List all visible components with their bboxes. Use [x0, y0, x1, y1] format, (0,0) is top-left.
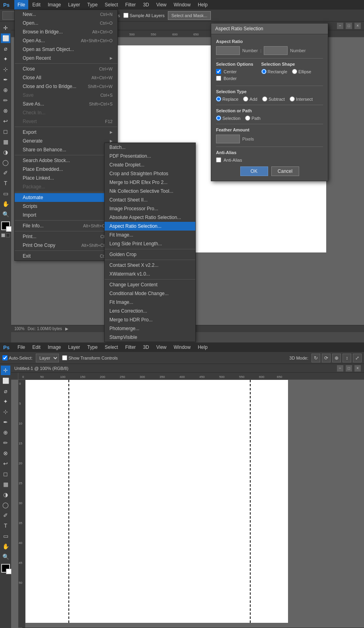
lasso-tool-2[interactable]: ⌀	[1, 386, 10, 396]
3d-pan-btn[interactable]: ⊕	[332, 354, 341, 362]
menu-select[interactable]: Select	[101, 0, 121, 10]
menu2-type[interactable]: Type	[84, 342, 101, 352]
submenu-lens-correction[interactable]: Lens Correction...	[105, 307, 195, 315]
3d-scale-btn[interactable]: ⤢	[353, 354, 362, 362]
canvas-2[interactable]	[25, 380, 288, 623]
brush-tool-2[interactable]: ✏	[1, 438, 10, 448]
ar-width-input[interactable]: 1	[216, 46, 240, 55]
menu-3d[interactable]: 3D	[140, 0, 152, 10]
brush-tool[interactable]: ✏	[1, 96, 10, 105]
submenu-nik[interactable]: Nik Collection Selective Tool...	[105, 187, 195, 196]
selection-radio[interactable]	[216, 115, 221, 121]
dodge-tool-2[interactable]: ◯	[1, 500, 10, 510]
ar-height-input[interactable]: 1	[264, 46, 288, 55]
cancel-button[interactable]: Cancel	[271, 166, 299, 176]
menu-open-smart[interactable]: Open as Smart Object...	[15, 45, 117, 54]
submenu-fit-image-1[interactable]: Fit Image...	[105, 231, 195, 239]
menu-exit[interactable]: ExitCtrl+Q	[15, 252, 117, 260]
selection-radio-label[interactable]: Selection	[216, 115, 240, 121]
submenu-fit-image-2[interactable]: Fit Image...	[105, 298, 195, 307]
sample-all-checkbox[interactable]	[123, 13, 128, 18]
menu-file-info[interactable]: File Info...Alt+Shift+Ctrl+I	[15, 221, 117, 230]
3d-slide-btn[interactable]: ↕	[343, 354, 351, 362]
menu-package[interactable]: Package...	[15, 182, 117, 191]
menu2-file[interactable]: File	[14, 342, 28, 352]
rectangle-radio[interactable]	[261, 69, 267, 74]
menu-filter[interactable]: Filter	[122, 0, 139, 10]
menu-view[interactable]: View	[153, 0, 170, 10]
text-tool-2[interactable]: T	[1, 521, 10, 530]
submenu-conditional-mode[interactable]: Conditional Mode Change...	[105, 289, 195, 298]
lasso-tool[interactable]: ⌀	[1, 44, 10, 53]
close-btn-1[interactable]: ×	[354, 23, 361, 29]
menu-revert[interactable]: RevertF12	[15, 117, 117, 126]
show-transform-checkbox[interactable]	[62, 355, 67, 360]
submenu-stamp-visible[interactable]: StampVisible	[105, 333, 195, 342]
history-tool-2[interactable]: ↩	[1, 459, 10, 468]
add-label[interactable]: Add	[243, 96, 257, 102]
menu-close-go-bridge[interactable]: Close and Go to Bridge...Shift+Ctrl+W	[15, 82, 117, 91]
menu-browse-bridge[interactable]: Browse in Bridge...Alt+Ctrl+O	[15, 27, 117, 36]
menu2-help[interactable]: Help	[195, 342, 211, 352]
menu-close-all[interactable]: Close AllAlt+Ctrl+W	[15, 73, 117, 82]
submenu-golden-crop[interactable]: Golden Crop	[105, 250, 195, 259]
menu2-filter[interactable]: Filter	[122, 342, 139, 352]
menu-new[interactable]: New...Ctrl+N	[15, 10, 117, 19]
intersect-label[interactable]: Intersect	[290, 96, 313, 102]
submenu-aspect-ratio[interactable]: Aspect Ratio Selection...	[105, 222, 195, 231]
menu-open-as[interactable]: Open As...Alt+Shift+Ctrl+O	[15, 36, 117, 45]
ok-button[interactable]: OK	[240, 166, 268, 176]
select-mask-button[interactable]: Select and Mask...	[168, 11, 211, 20]
menu-open-recent[interactable]: Open Recent▶	[15, 54, 117, 63]
heal-tool-2[interactable]: ⊕	[1, 428, 10, 437]
menu-generate[interactable]: Generate▶	[15, 137, 117, 145]
shape-tool[interactable]: ▭	[1, 189, 10, 198]
intersect-radio[interactable]	[290, 96, 295, 102]
antialias-dialog-checkbox[interactable]	[216, 157, 221, 162]
sample-all-checkbox-label[interactable]: Sample All Layers	[123, 13, 165, 18]
menu-scripts[interactable]: Scripts▶	[15, 202, 117, 211]
stamp-tool-2[interactable]: ⊗	[1, 448, 10, 458]
menu-layer[interactable]: Layer	[65, 0, 83, 10]
ellipse-label[interactable]: Ellipse	[292, 69, 311, 74]
stamp-tool[interactable]: ⊗	[1, 106, 10, 115]
menu-image[interactable]: Image	[45, 0, 64, 10]
auto-select-checkbox[interactable]	[2, 355, 8, 360]
menu2-3d[interactable]: 3D	[140, 342, 152, 352]
ellipse-radio[interactable]	[292, 69, 297, 74]
center-checkbox[interactable]	[216, 69, 221, 74]
maximize-btn-1[interactable]: □	[346, 23, 352, 29]
eraser-tool-2[interactable]: ◻	[1, 469, 10, 479]
zoom-tool[interactable]: 🔍	[1, 209, 10, 219]
menu-print-one-copy[interactable]: Print One CopyAlt+Shift+Ctrl+P	[15, 241, 117, 250]
dodge-tool[interactable]: ◯	[1, 158, 10, 167]
submenu-merge-hdr[interactable]: Merge to HDR Pro...	[105, 315, 195, 324]
zoom-tool-2[interactable]: 🔍	[1, 552, 10, 561]
expand-btn-1[interactable]: ▶	[65, 327, 68, 331]
shape-tool-2[interactable]: ▭	[1, 531, 10, 541]
menu-type[interactable]: Type	[84, 0, 101, 10]
path-radio-label[interactable]: Path	[245, 115, 261, 121]
menu-check-in[interactable]: Check In...	[15, 108, 117, 117]
menu-place-embedded[interactable]: Place Embedded...	[15, 165, 117, 174]
path-radio[interactable]	[245, 115, 250, 121]
menu-save-as[interactable]: Save As...Shift+Ctrl+S	[15, 100, 117, 108]
menu-edit[interactable]: Edit	[29, 0, 44, 10]
magic-wand-tool-2[interactable]: ✦	[1, 397, 10, 406]
menu-import[interactable]: Import▶	[15, 211, 117, 219]
blur-tool[interactable]: ◑	[1, 147, 10, 157]
blur-tool-2[interactable]: ◑	[1, 490, 10, 499]
menu2-layer[interactable]: Layer	[65, 342, 83, 352]
menu2-edit[interactable]: Edit	[29, 342, 44, 352]
menu-place-linked[interactable]: Place Linked...	[15, 174, 117, 182]
3d-roll-btn[interactable]: ⟳	[322, 354, 331, 362]
menu-close[interactable]: CloseCtrl+W	[15, 65, 117, 73]
pen-tool-2[interactable]: ✐	[1, 511, 10, 520]
submenu-contact-sheet-x[interactable]: Contact Sheet X v2.2...	[105, 261, 195, 270]
maximize-btn-2[interactable]: □	[346, 365, 352, 372]
subtract-radio[interactable]	[262, 96, 267, 102]
menu-search-stock[interactable]: Search Adobe Stock...	[15, 156, 117, 165]
menu-file[interactable]: File	[14, 0, 28, 10]
rectangle-label[interactable]: Rectangle	[261, 69, 288, 74]
minimize-btn-1[interactable]: −	[337, 23, 343, 29]
